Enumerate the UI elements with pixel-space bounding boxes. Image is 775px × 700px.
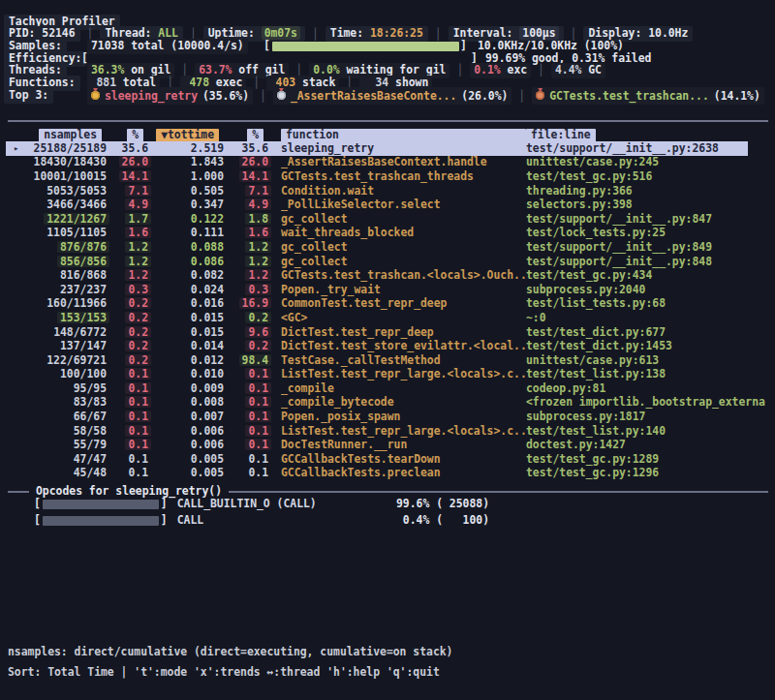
function-cell: Popen._posix_spawn (281, 411, 526, 423)
table-row[interactable]: 1105/11051.60.1111.6wait_threads_blocked… (0, 227, 775, 241)
tottime-cell: 0.005 (151, 467, 227, 479)
tottime-cell: 0.122 (151, 213, 227, 226)
direct-percent-cell: 0.2 (109, 312, 151, 324)
tottime-cell: 0.010 (151, 368, 227, 380)
table-row[interactable]: 153/1530.20.0150.2<GC>~:0 (0, 311, 775, 325)
cumulative-percent-cell: 0.1 (227, 439, 271, 451)
nsamples-cell: 95/95 (0, 382, 109, 395)
nsamples-cell: 122/69721 (0, 354, 109, 367)
file-line-cell: test/test_list.py:138 (526, 368, 775, 380)
column-header-file-line[interactable]: file:line (526, 129, 775, 142)
nsamples-cell: 148/6772 (0, 326, 109, 339)
footer-legend: nsamples: direct/cumulative (direct=exec… (8, 646, 771, 658)
table-row[interactable]: 816/8681.20.0821.2GCTests.test_trashcan.… (0, 268, 775, 283)
direct-percent-cell: 0.1 (109, 382, 151, 395)
direct-percent-cell: 0.1 (109, 467, 151, 479)
tottime-cell: 0.014 (151, 340, 227, 352)
top3-item: _AssertRaisesBaseConte...(26.0%) (273, 87, 512, 105)
thread-stat-value: 4.4% (555, 63, 581, 76)
opcode-percent: 0.4% ( 100) (403, 514, 489, 527)
function-cell: gc_collect (281, 256, 526, 268)
direct-percent-cell: 35.6 (109, 142, 151, 155)
function-cell: GCCallbackTests.tearDown (281, 453, 526, 466)
column-header-tottime-sorted[interactable]: ▼tottime (151, 129, 227, 142)
tottime-cell: 0.007 (151, 411, 227, 423)
file-line-cell: test/support/__init__.py:848 (526, 256, 775, 268)
table-row[interactable]: 148/67720.20.0159.6DictTest.test_repr_de… (0, 325, 775, 340)
nsamples-cell: 100/100 (0, 368, 109, 380)
tottime-cell: 0.088 (151, 241, 227, 254)
function-cell: GCCallbackTests.preclean (281, 467, 526, 479)
nsamples-cell: 237/237 (0, 284, 109, 296)
opcode-row: []CALL_BUILTIN_O (CALL)99.6% ( 25088) (34, 498, 489, 510)
tottime-cell: 0.024 (151, 284, 227, 296)
opcode-share-bar (43, 516, 159, 526)
opcode-name: CALL_BUILTIN_O (CALL) (177, 498, 396, 510)
direct-percent-cell: 0.2 (109, 326, 151, 339)
column-header-function[interactable]: function (281, 129, 526, 142)
tottime-cell: 0.015 (151, 312, 227, 324)
direct-percent-cell: 0.2 (109, 297, 151, 310)
cumulative-percent-cell: 0.2 (227, 312, 271, 324)
table-row[interactable]: 83/830.10.0080.1_compile_bytecode<frozen… (0, 396, 775, 411)
table-row[interactable]: 10001/1001514.11.00014.1GCTests.test_tra… (0, 169, 775, 184)
tottime-cell: 0.012 (151, 354, 227, 367)
cumulative-percent-cell: 26.0 (227, 156, 271, 168)
top3-item: GCTests.test_trashcan...(14.1%) (532, 87, 764, 105)
table-row[interactable]: 5053/50537.10.5057.1Condition.waitthread… (0, 184, 775, 198)
column-header-cumulative-pct[interactable]: % (227, 129, 271, 142)
bronze-medal-icon (536, 88, 544, 100)
cumulative-percent-cell: 0.1 (227, 467, 271, 479)
file-line-cell: test/test_gc.py:1296 (526, 467, 775, 479)
table-row[interactable]: 100/1000.10.0100.1ListTest.test_repr_lar… (0, 368, 775, 382)
opcode-name: CALL (177, 514, 403, 527)
table-row[interactable]: 122/697210.20.01298.4TestCase._callTestM… (0, 353, 775, 368)
table-row[interactable]: 856/8561.20.0861.2gc_collecttest/support… (0, 255, 775, 269)
tottime-cell: 2.519 (151, 142, 227, 155)
table-row[interactable]: 45/480.10.0050.1GCCallbackTests.preclean… (0, 467, 775, 481)
table-row[interactable]: 160/119660.20.01616.9CommonTest.test_rep… (0, 297, 775, 312)
function-cell: _AssertRaisesBaseContext.handle (281, 156, 526, 168)
table-row[interactable]: 47/470.10.0050.1GCCallbackTests.tearDown… (0, 452, 775, 467)
table-row[interactable]: 18430/1843026.01.84326.0_AssertRaisesBas… (0, 156, 775, 170)
top3-function-name: GCTests.test_trashcan... (549, 89, 709, 103)
uptime-value: 0m07s (262, 26, 300, 40)
opcodes-title: Opcodes for sleeping_retry() (36, 485, 222, 498)
cumulative-percent-cell: 0.3 (227, 284, 271, 296)
file-line-cell: test/test_dict.py:677 (526, 326, 775, 339)
table-row[interactable]: 66/670.10.0070.1Popen._posix_spawnsubpro… (0, 410, 775, 424)
table-row[interactable]: 1221/12671.70.1221.8gc_collecttest/suppo… (0, 212, 775, 227)
tottime-cell: 0.111 (151, 227, 227, 239)
column-header-direct-pct[interactable]: % (109, 129, 151, 142)
file-line-cell: test/support/__init__.py:2638 (526, 142, 775, 155)
cumulative-percent-cell: 1.2 (227, 241, 271, 254)
direct-percent-cell: 1.2 (109, 256, 151, 268)
table-row[interactable]: ▸25188/2518935.62.51935.6sleeping_retryt… (0, 141, 775, 156)
function-cell: _compile (281, 382, 526, 395)
table-row[interactable]: 876/8761.20.0881.2gc_collecttest/support… (0, 240, 775, 255)
function-cell: GCTests.test_trashcan_threads (281, 170, 526, 183)
cumulative-percent-cell: 4.9 (227, 198, 271, 211)
samples-total: 71038 total (10000.4/s) (87, 40, 248, 52)
selected-row-arrow-icon: ▸ (14, 142, 18, 155)
tottime-cell: 0.009 (151, 382, 227, 395)
table-row[interactable]: 137/1470.20.0140.2DictTest.test_store_ev… (0, 339, 775, 353)
file-line-cell: <frozen importlib._bootstrap_externa (526, 396, 775, 409)
nsamples-cell: 83/83 (0, 396, 109, 409)
nsamples-cell: 137/147 (0, 340, 109, 352)
direct-percent-cell: 0.1 (109, 368, 151, 380)
file-line-cell: test/test_dict.py:1453 (526, 340, 775, 352)
nsamples-cell: 856/856 (0, 256, 109, 268)
table-row[interactable]: 58/580.10.0060.1ListTest.test_repr_large… (0, 424, 775, 439)
table-row[interactable]: 95/950.10.0090.1_compilecodeop.py:81 (0, 381, 775, 396)
nsamples-cell: 160/11966 (0, 297, 109, 310)
nsamples-cell: 58/58 (0, 425, 109, 438)
table-row[interactable]: 3466/34664.90.3474.9_PollLikeSelector.se… (0, 198, 775, 212)
table-top-rule (8, 120, 768, 122)
nsamples-cell: 1221/1267 (0, 213, 109, 226)
table-row[interactable]: 55/790.10.0060.1DocTestRunner.__rundocte… (0, 438, 775, 452)
column-header-nsamples[interactable]: nsamples (0, 129, 109, 142)
nsamples-cell: 55/79 (0, 439, 109, 451)
table-row[interactable]: 237/2370.30.0240.3Popen._try_waitsubproc… (0, 283, 775, 297)
nsamples-cell: 1105/1105 (0, 227, 109, 239)
